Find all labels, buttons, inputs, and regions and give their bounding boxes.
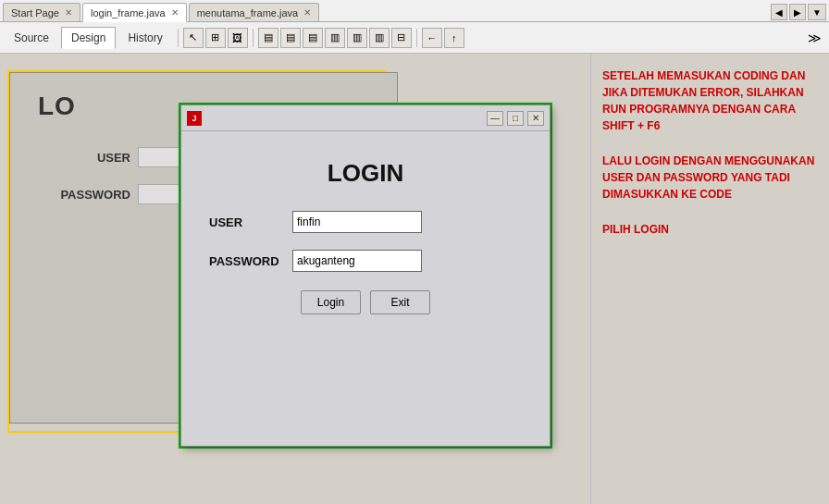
toolbar-more-button[interactable]: ≫ [804,29,825,47]
canvas-area: LO USER PASSWORD J — [0,54,590,504]
instruction-text-1: SETELAH MEMASUKAN CODING DAN JIKA DITEMU… [602,68,818,134]
tab-back-button[interactable]: ◀ [771,4,787,20]
tab-login-frame-close[interactable]: ✕ [171,7,179,18]
tab-start-page-label: Start Page [11,7,59,18]
dialog-user-label: USER [209,215,292,229]
dialog-maximize-button[interactable]: □ [507,111,524,126]
dialog-user-input[interactable] [292,211,422,233]
align-top-button[interactable]: ▥ [325,28,345,48]
tab-navigation: ◀ ▶ ▼ [771,3,826,21]
align-bottom-button[interactable]: ▥ [369,28,390,48]
tab-bar: Start Page ✕ login_frame.java ✕ menutama… [0,0,829,22]
dialog-button-group: Login Exit [209,290,522,314]
dialog-content: LOGIN USER PASSWORD Login Exit [181,131,550,333]
main-area: LO USER PASSWORD J — [0,54,829,504]
align-left-button[interactable]: ▤ [258,28,278,48]
prev-button[interactable]: ← [422,28,442,48]
bg-password-label: PASSWORD [56,188,130,202]
tab-login-frame-label: login_frame.java [91,7,166,18]
right-instructions-panel: SETELAH MEMASUKAN CODING DAN JIKA DITEMU… [590,54,829,504]
dialog-close-button[interactable]: ✕ [527,111,544,126]
tab-start-page-close[interactable]: ✕ [65,7,72,18]
history-tab-label: History [128,31,162,44]
tab-login-frame[interactable]: login_frame.java ✕ [82,3,187,22]
instruction-block-2: LALU LOGIN DENGAN MENGGUNAKAN USER DAN P… [602,153,818,203]
instruction-block-1: SETELAH MEMASUKAN CODING DAN JIKA DITEMU… [602,68,818,134]
toolbar-separator-3 [416,29,417,47]
dialog-window-controls: — □ ✕ [487,111,544,126]
toolbar: Source Design History ↖ ⊞ 🖼 ▤ ▤ ▤ ▥ ▥ ▥ … [0,22,829,54]
align-center-button[interactable]: ▤ [280,28,301,48]
dialog-password-label: PASSWORD [209,254,292,268]
instruction-text-3: PILIH LOGIN [602,221,818,238]
design-tab-label: Design [71,31,105,44]
align-right-button[interactable]: ▤ [303,28,323,48]
login-button[interactable]: Login [301,290,361,314]
tab-menutama-frame[interactable]: menutama_frame.java ✕ [189,3,319,21]
swing-dialog: J — □ ✕ LOGIN USER PASSWORD [180,104,551,447]
dialog-minimize-button[interactable]: — [487,111,503,126]
dialog-titlebar: J — □ ✕ [181,105,550,131]
dialog-password-input[interactable] [292,250,422,272]
distribute-h-button[interactable]: ⊟ [391,28,412,48]
tab-dropdown-button[interactable]: ▼ [808,4,826,20]
instruction-block-3: PILIH LOGIN [602,221,818,238]
align-middle-button[interactable]: ▥ [347,28,367,48]
tab-start-page[interactable]: Start Page ✕ [3,3,80,21]
dialog-user-field: USER [209,211,522,233]
toolbar-separator-2 [253,29,254,47]
dialog-java-icon: J [187,111,202,126]
connection-tool-button[interactable]: ⊞ [205,28,226,48]
tab-menutama-frame-label: menutama_frame.java [197,7,298,18]
next-button[interactable]: ↑ [444,28,464,48]
image-tool-button[interactable]: 🖼 [228,28,248,48]
source-tab-label: Source [14,31,49,44]
background-form-title: LO [38,92,76,121]
instruction-text-2: LALU LOGIN DENGAN MENGGUNAKAN USER DAN P… [602,153,818,203]
select-tool-button[interactable]: ↖ [183,28,204,48]
tab-menutama-frame-close[interactable]: ✕ [303,7,311,18]
design-tab[interactable]: Design [61,27,116,49]
bg-user-label: USER [56,151,130,165]
toolbar-separator-1 [178,29,179,47]
dialog-heading: LOGIN [209,159,522,188]
history-tab[interactable]: History [118,27,172,49]
source-tab[interactable]: Source [4,27,59,49]
exit-button[interactable]: Exit [370,290,430,314]
dialog-password-field: PASSWORD [209,250,522,272]
tab-forward-button[interactable]: ▶ [789,4,806,20]
